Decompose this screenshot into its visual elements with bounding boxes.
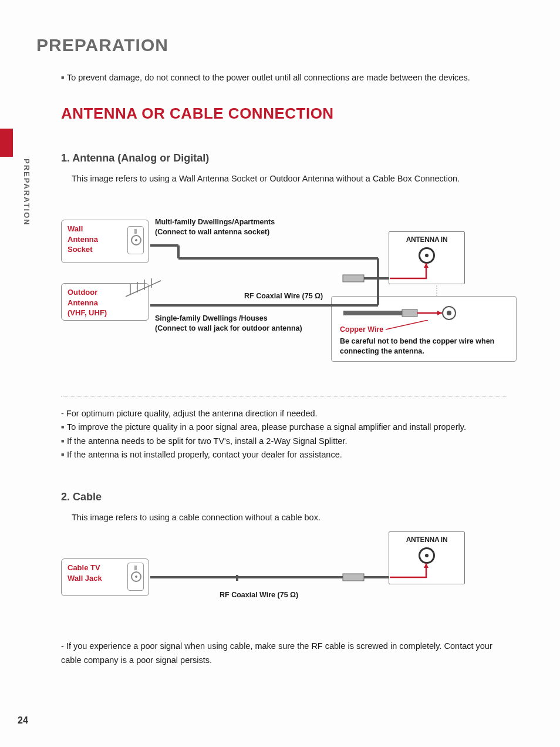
cable-notes-list: If you experience a poor signal when usi… xyxy=(61,640,524,667)
antenna-notes-list: For optimum picture quality, adjust the … xyxy=(61,407,524,462)
side-section-label: PREPARATION xyxy=(22,159,31,226)
cable-tv-text: Cable TV Wall Jack xyxy=(68,563,113,583)
outdoor-antenna-icon xyxy=(120,276,167,300)
svg-line-0 xyxy=(126,281,161,297)
antenna-in-label: ANTENNA IN xyxy=(389,235,464,244)
antenna-diagram: Wall Antenna Socket Outdoor Antenna (VHF… xyxy=(61,220,519,372)
antenna-note: If the antenna needs to be split for two… xyxy=(61,435,524,448)
antenna-heading: 1. Antenna (Analog or Digital) xyxy=(61,152,524,164)
cable-diagram: Cable TV Wall Jack ANTENNA IN RF Coaxial… xyxy=(61,547,519,629)
rf-coaxial-label: RF Coaxial Wire (75 Ω) xyxy=(244,291,323,301)
antenna-note: If the antenna is not installed properly… xyxy=(61,448,524,462)
rf-coaxial-label-cable: RF Coaxial Wire (75 Ω) xyxy=(220,590,298,600)
svg-marker-8 xyxy=(437,311,442,315)
copper-wire-detail-box: Copper Wire Be careful not to bend the c… xyxy=(331,296,517,362)
coax-port-icon xyxy=(419,247,435,264)
single-family-label: Single-family Dwellings /Houses (Connect… xyxy=(155,314,319,334)
svg-point-10 xyxy=(447,311,451,315)
section-indicator-tab xyxy=(0,129,13,157)
section-divider xyxy=(61,396,507,396)
section-title: ANTENNA OR CABLE CONNECTION xyxy=(61,105,524,123)
wall-socket-icon xyxy=(127,226,144,254)
cable-socket-icon xyxy=(127,563,144,591)
wall-antenna-socket-label: Wall Antenna Socket xyxy=(61,220,149,263)
copper-wire-label: Copper Wire xyxy=(340,325,383,335)
copper-wire-pointer xyxy=(386,320,433,332)
svg-rect-18 xyxy=(343,275,364,282)
antenna-in-port-cable: ANTENNA IN xyxy=(389,531,465,584)
cable-description: This image refers to using a cable conne… xyxy=(72,512,524,523)
antenna-in-label-cable: ANTENNA IN xyxy=(389,536,464,544)
cable-note: If you experience a poor signal when usi… xyxy=(61,640,507,667)
antenna-description: This image refers to using a Wall Antenn… xyxy=(72,173,524,184)
antenna-in-port: ANTENNA IN xyxy=(389,231,465,284)
outdoor-antenna-text: Outdoor Antenna (VHF, UHF) xyxy=(68,288,107,317)
copper-wire-warning: Be careful not to bend the copper wire w… xyxy=(340,337,509,356)
page-title: PREPARATION xyxy=(36,35,524,55)
svg-rect-6 xyxy=(402,309,417,317)
svg-line-11 xyxy=(386,320,428,329)
page-number: 24 xyxy=(18,715,28,726)
antenna-note: To improve the picture quality in a poor… xyxy=(61,420,524,434)
coax-port-icon-cable xyxy=(419,547,435,564)
multi-family-label: Multi-family Dwellings/Apartments (Conne… xyxy=(155,217,302,237)
cable-heading: 2. Cable xyxy=(61,491,524,503)
damage-warning-note: To prevent damage, do not connect to the… xyxy=(61,73,524,82)
svg-rect-23 xyxy=(343,574,364,581)
cable-tv-jack-label: Cable TV Wall Jack xyxy=(61,558,149,596)
wall-antenna-text: Wall Antenna Socket xyxy=(68,224,113,255)
antenna-note: For optimum picture quality, adjust the … xyxy=(61,407,524,420)
